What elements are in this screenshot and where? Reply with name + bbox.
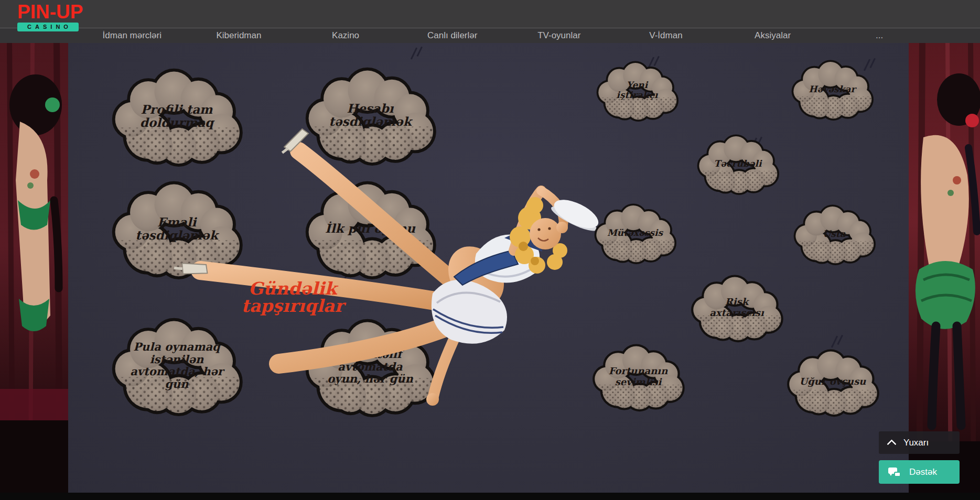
logo-casino-band: CASINO xyxy=(17,23,79,31)
badge-cloud-label: Həvəskar xyxy=(790,60,875,124)
support-label: Dəstək xyxy=(909,467,937,477)
nav-item-cybersport[interactable]: Kiberidman xyxy=(186,28,293,43)
nav-item-v-sport[interactable]: V-İdman xyxy=(612,28,719,43)
left-pinup-banner-image xyxy=(0,43,68,493)
badge-cloud-label: Fortunanın sevimlisi xyxy=(590,344,686,415)
scroll-to-top-label: Yuxarı xyxy=(903,438,929,448)
badge-cloud-label: Uğur ovçusu xyxy=(785,349,880,420)
task-cloud-five-slots-daily[interactable]: 5 müxtəlif avtomatda oyun, hər gün xyxy=(303,319,438,422)
nav-item-live-dealers[interactable]: Canlı dilerlər xyxy=(399,28,506,43)
task-cloud-label: 5 müxtəlif avtomatda oyun, hər gün xyxy=(303,319,438,422)
pinup-logo[interactable]: PIN-UP CASINO xyxy=(17,3,83,31)
nav-item-sports[interactable]: İdman mərcləri xyxy=(79,28,186,43)
bottom-dark-strip xyxy=(0,493,980,500)
right-pinup-banner-image xyxy=(909,43,980,493)
chat-bubbles-icon xyxy=(888,468,901,477)
badge-cloud-label: Mütəxəssis xyxy=(593,203,677,267)
main-navigation: İdman mərcləri Kiberidman Kazino Canlı d… xyxy=(0,28,980,43)
scroll-to-top-button[interactable]: Yuxarı xyxy=(879,431,960,454)
nav-item-casino[interactable]: Kazino xyxy=(292,28,399,43)
chevron-up-icon xyxy=(887,439,896,449)
task-cloud-confirm-email[interactable]: Emali təsdiqləmək xyxy=(109,181,244,285)
badge-cloud-label: Risk axtarışcısı xyxy=(689,275,784,346)
task-cloud-label: İlk pul oyunu xyxy=(303,181,438,285)
task-cloud-label: Emali təsdiqləmək xyxy=(109,181,244,285)
task-cloud-first-money-game[interactable]: İlk pul oyunu xyxy=(303,181,438,285)
task-cloud-complete-profile[interactable]: Profili tam doldurmaq xyxy=(109,68,244,172)
badge-cloud-luck-hunter[interactable]: Uğur ovçusu xyxy=(785,349,880,420)
badge-cloud-amateur[interactable]: Həvəskar xyxy=(790,60,875,124)
badge-cloud-label: Yeni iştirakçı xyxy=(595,61,680,125)
badge-cloud-specialist[interactable]: Mütəxəssis xyxy=(593,203,677,267)
task-cloud-play-any-slot-daily[interactable]: Pula oynamaq istənilən avtomatda, hər gü… xyxy=(109,318,244,421)
task-cloud-label: Hesabı təsdiqləmək xyxy=(303,67,438,171)
badge-cloud-fortune-favorite[interactable]: Fortunanın sevimlisi xyxy=(590,344,686,415)
nav-item-more-ellipsis[interactable]: ... xyxy=(826,28,933,43)
support-button[interactable]: Dəstək xyxy=(879,460,960,484)
badge-cloud-experienced[interactable]: Təcrübəli xyxy=(695,134,780,198)
nav-item-tv-games[interactable]: TV-oyunlar xyxy=(506,28,613,43)
badge-cloud-risk-seeker[interactable]: Risk axtarışcısı xyxy=(689,275,784,346)
badge-cloud-label: Təcrübəli xyxy=(695,134,780,198)
task-cloud-label: Pula oynamaq istənilən avtomatda, hər gü… xyxy=(109,318,244,421)
daily-tasks-heading: Gündəlik tapşırıqlar xyxy=(201,280,384,314)
logo-text: PIN-UP xyxy=(17,3,83,21)
badge-cloud-label: Usta xyxy=(792,204,877,268)
task-cloud-label: Profili tam doldurmaq xyxy=(109,68,244,172)
top-header xyxy=(0,0,980,28)
nav-item-promotions[interactable]: Aksiyalar xyxy=(719,28,826,43)
badge-cloud-new-participant[interactable]: Yeni iştirakçı xyxy=(595,61,680,125)
task-cloud-confirm-account[interactable]: Hesabı təsdiqləmək xyxy=(303,67,438,171)
badge-cloud-master[interactable]: Usta xyxy=(792,204,877,268)
